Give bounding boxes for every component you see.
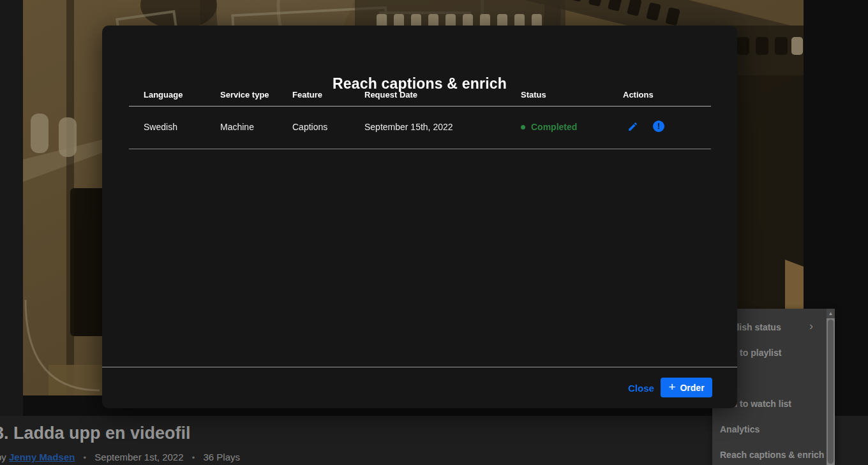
table-row-divider [129,149,711,149]
column-header-service-type: Service type [220,90,269,100]
column-header-request-date: Request Date [364,90,417,100]
cell-status: Completed [521,122,577,132]
column-header-feature: Feature [292,90,322,100]
status-badge: Completed [531,122,577,132]
cell-request-date: September 15th, 2022 [364,122,453,132]
reach-captions-modal: Reach captions & enrich Language Service… [102,26,737,408]
cell-language: Swedish [144,122,177,132]
modal-footer-divider [102,367,737,367]
table-header-divider [129,106,711,107]
status-dot-icon [521,125,525,129]
column-header-actions: Actions [623,90,654,100]
alert-circle-icon[interactable]: ! [653,121,664,132]
column-header-language: Language [144,90,183,100]
order-button-label: Order [680,383,704,393]
plus-icon: + [668,381,675,393]
close-button[interactable]: Close [624,378,652,397]
cell-service-type: Machine [220,122,254,132]
column-header-status: Status [521,90,546,100]
cell-feature: Captions [292,122,327,132]
order-button[interactable]: + Order [661,378,712,397]
edit-pencil-icon[interactable] [627,121,638,132]
